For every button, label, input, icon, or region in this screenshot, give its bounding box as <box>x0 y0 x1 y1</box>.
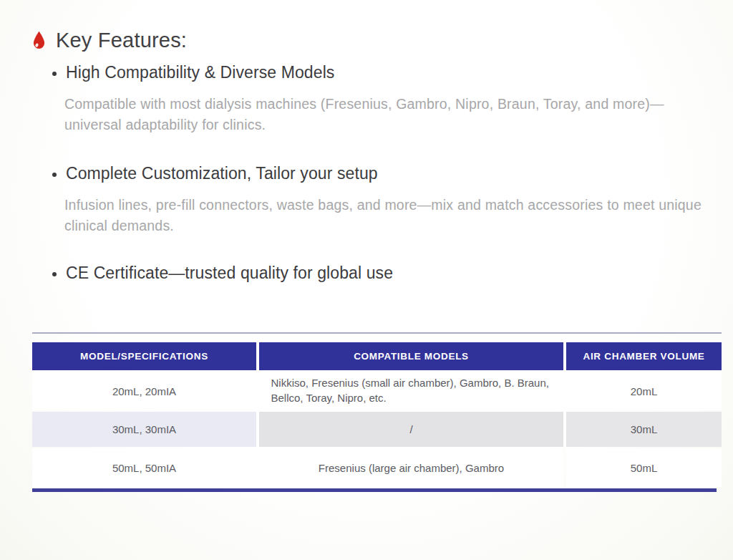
bullet-icon <box>52 173 57 177</box>
table-header-model-specifications: MODEL/SPECIFICATIONS <box>32 342 256 370</box>
feature-heading-label: High Compatibility & Diverse Models <box>66 63 334 82</box>
bullet-icon <box>52 72 57 76</box>
page-title: Key Features: <box>56 29 187 52</box>
spec-table: MODEL/SPECIFICATIONS COMPATIBLE MODELS A… <box>32 342 722 488</box>
feature-body-customization: Infusion lines, pre-fill connectors, was… <box>64 195 719 237</box>
table-cell-volume: 20mL <box>566 372 722 410</box>
table-header-air-chamber-volume: AIR CHAMBER VOLUME <box>566 342 722 370</box>
bullet-icon <box>52 272 57 276</box>
table-cell-compatible-text: Nikkiso, Fresenius (small air chamber), … <box>271 376 552 405</box>
table-cell-model: 20mL, 20mIA <box>32 372 256 410</box>
table-cell-volume: 30mL <box>566 412 722 447</box>
feature-heading-label: CE Certificate—trusted quality for globa… <box>66 264 393 283</box>
page-title-row: Key Features: <box>31 29 187 52</box>
feature-heading-ce-certificate: CE Certificate—trusted quality for globa… <box>52 264 393 283</box>
table-cell-model: 30mL, 30mIA <box>32 412 256 447</box>
blood-drop-icon <box>31 31 47 50</box>
table-bottom-rule <box>32 488 717 492</box>
table-cell-volume: 50mL <box>566 448 722 487</box>
table-header-row: MODEL/SPECIFICATIONS COMPATIBLE MODELS A… <box>32 342 722 370</box>
table-header-compatible-models: COMPATIBLE MODELS <box>259 342 563 370</box>
table-row: 20mL, 20mIA Nikkiso, Fresenius (small ai… <box>32 372 722 410</box>
table-top-rule <box>32 332 722 334</box>
table-row: 50mL, 50mIA Fresenius (large air chamber… <box>32 448 722 487</box>
table-cell-model: 50mL, 50mIA <box>32 448 256 487</box>
feature-heading-customization: Complete Customization, Tailor your setu… <box>52 164 378 183</box>
table-cell-compatible: Nikkiso, Fresenius (small air chamber), … <box>259 372 563 410</box>
table-cell-compatible: / <box>259 412 563 447</box>
feature-heading-compatibility: High Compatibility & Diverse Models <box>52 63 334 82</box>
feature-body-compatibility: Compatible with most dialysis machines (… <box>64 94 719 136</box>
table-cell-compatible: Fresenius (large air chamber), Gambro <box>259 448 563 487</box>
table-row: 30mL, 30mIA / 30mL <box>32 412 722 447</box>
feature-heading-label: Complete Customization, Tailor your setu… <box>66 164 378 183</box>
page-background: Key Features: High Compatibility & Diver… <box>0 0 733 560</box>
